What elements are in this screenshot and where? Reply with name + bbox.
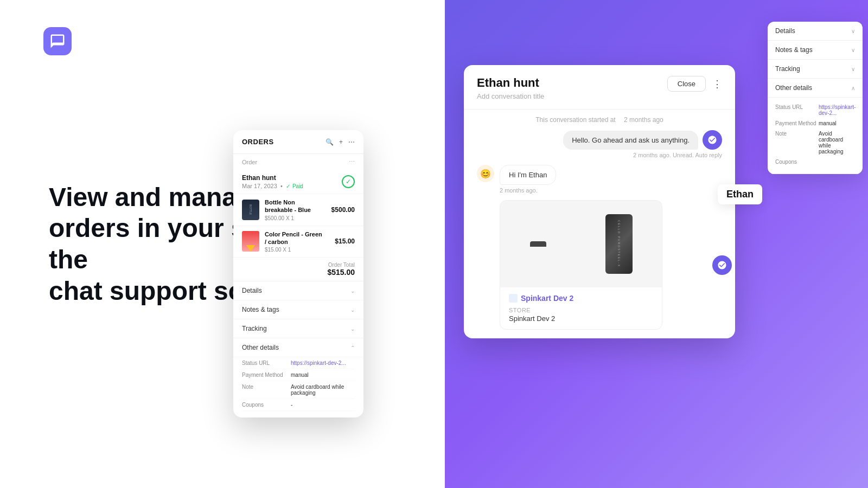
sidebar-acc-notes[interactable]: Notes & tags ∨	[768, 41, 863, 60]
orders-header-icons: 🔍 + ⋯	[326, 138, 355, 146]
ethan-badge: Ethan	[718, 184, 762, 204]
product-message: cello PUROSTEEL-X Spinkart Dev 2 STORE S…	[477, 200, 722, 330]
sidebar-detail-status: Status URL https://spinkart-dev-2...	[775, 102, 855, 118]
chevron-down-icon-s1: ∨	[851, 28, 855, 34]
product-card-link-row: Spinkart Dev 2	[509, 294, 653, 303]
bot-avatar-right	[703, 130, 722, 150]
message-bubble: Hello. Go ahead and ask us anything.	[563, 131, 698, 150]
details-sidebar-card: Details ∨ Notes & tags ∨ Tracking ∨ Othe…	[768, 22, 863, 174]
order-total-label: Order Total	[328, 262, 355, 268]
check-icon: ✓	[342, 175, 355, 188]
chevron-down-icon-s3: ∨	[851, 66, 855, 72]
orders-header: ORDERS 🔍 + ⋯	[233, 130, 363, 154]
pencil-image	[242, 231, 259, 252]
chevron-down-icon: ⌄	[350, 288, 355, 294]
paid-badge: ✓ Paid	[286, 183, 303, 189]
product-card-message: cello PUROSTEEL-X Spinkart Dev 2 STORE S…	[500, 200, 662, 330]
conversation-start: This conversation started at 2 months ag…	[464, 110, 735, 130]
sidebar-detail-payment: Payment Method manual	[775, 118, 855, 129]
bottle-cap	[530, 241, 546, 247]
bottle-body: cello PUROSTEEL-X	[605, 214, 633, 274]
left-panel: View and manage all orders in your store…	[0, 0, 445, 488]
detail-row-status: Status URL https://spinkart-dev-2...	[242, 357, 355, 369]
accordion-notes[interactable]: Notes & tags ⌄	[233, 300, 363, 319]
store-label: STORE	[509, 307, 653, 313]
chat-messages: Hello. Go ahead and ask us anything. 2 m…	[464, 130, 735, 338]
order-name: Ethan hunt	[242, 174, 303, 182]
more-icon[interactable]: ⋯	[348, 138, 355, 146]
product-price: $500.00	[331, 206, 355, 214]
chat-card: Ethan hunt Add conversation title Close …	[464, 65, 735, 338]
product-price-small-2: $15.00 X 1	[265, 247, 329, 253]
sidebar-other-details: Status URL https://spinkart-dev-2... Pay…	[768, 98, 863, 174]
product-name: Bottle Nonbreakable - Blue	[265, 198, 326, 214]
orders-card: ORDERS 🔍 + ⋯ Order ⋯ Ethan hunt Mar 17, …	[233, 130, 363, 418]
orders-title: ORDERS	[242, 138, 274, 146]
bot-avatar-product	[712, 255, 732, 275]
sidebar-acc-tracking[interactable]: Tracking ∨	[768, 60, 863, 79]
search-icon[interactable]: 🔍	[326, 138, 334, 146]
add-icon[interactable]: +	[339, 138, 343, 146]
bot-icon	[707, 135, 717, 145]
message-left: 😊 Hi I'm Ethan 2 months ago.	[477, 165, 722, 194]
close-button[interactable]: Close	[667, 76, 706, 92]
chevron-up-icon: ⌃	[350, 345, 355, 351]
sidebar-acc-other[interactable]: Other details ∧	[768, 79, 863, 98]
detail-row-note: Note Avoid cardboard while packaging	[242, 381, 355, 399]
product-card-image: cello PUROSTEEL-X	[500, 201, 662, 287]
product-price-small: $500.00 X 1	[265, 215, 326, 221]
sidebar-detail-note: Note Avoid cardboard while packaging	[775, 129, 855, 157]
message-right: Hello. Go ahead and ask us anything. 2 m…	[477, 130, 722, 158]
product-price-2: $15.00	[335, 237, 355, 245]
bottle-image: BOTTLE	[242, 200, 259, 220]
other-details-content: Status URL https://spinkart-dev-2... Pay…	[233, 357, 363, 418]
accordion-tracking[interactable]: Tracking ⌄	[233, 319, 363, 338]
order-item-row: Ethan hunt Mar 17, 2023 • ✓ Paid ✓	[233, 170, 363, 194]
chat-header-actions: Close ⋮	[667, 76, 722, 92]
store-name: Spinkart Dev 2	[509, 314, 653, 323]
product-link[interactable]: Spinkart Dev 2	[521, 294, 573, 303]
product-info: Bottle Nonbreakable - Blue $500.00 X 1	[265, 198, 326, 221]
product-name-2: Color Pencil - Green/ carbon	[265, 230, 329, 246]
accordion-other[interactable]: Other details ⌃	[233, 338, 363, 357]
user-avatar: 😊	[477, 165, 494, 182]
product-row-2: Color Pencil - Green/ carbon $15.00 X 1 …	[233, 226, 363, 258]
order-total-row: Order Total $515.00	[233, 258, 363, 281]
chat-user-name: Ethan hunt	[477, 76, 544, 90]
sidebar-acc-details[interactable]: Details ∨	[768, 22, 863, 41]
chat-subtitle: Add conversation title	[477, 92, 544, 100]
product-info-2: Color Pencil - Green/ carbon $15.00 X 1	[265, 230, 329, 253]
order-section-label: Order ⋯	[233, 154, 363, 170]
accordion-details[interactable]: Details ⌄	[233, 281, 363, 300]
detail-row-coupons: Coupons -	[242, 399, 355, 411]
store-icon	[509, 294, 518, 303]
chevron-down-icon-3: ⌄	[350, 326, 355, 332]
bot-icon-2	[717, 260, 727, 270]
chat-header: Ethan hunt Add conversation title Close …	[464, 65, 735, 110]
product-card-content: Spinkart Dev 2 STORE Spinkart Dev 2	[500, 287, 662, 329]
more-options-icon[interactable]: ⋮	[712, 78, 722, 90]
logo-icon	[49, 33, 66, 49]
detail-row-payment: Payment Method manual	[242, 369, 355, 381]
order-date: Mar 17, 2023 • ✓ Paid	[242, 183, 303, 189]
chevron-up-icon-s: ∧	[851, 85, 855, 91]
sidebar-detail-coupons: Coupons	[775, 157, 855, 167]
message-meta-right: 2 months ago. Unread. Auto reply	[563, 152, 722, 158]
message-meta-left: 2 months ago.	[500, 187, 556, 194]
logo	[43, 27, 72, 55]
product-row: BOTTLE Bottle Nonbreakable - Blue $500.0…	[233, 194, 363, 226]
message-bubble-left: Hi I'm Ethan	[500, 165, 556, 185]
chevron-down-icon-2: ⌄	[350, 307, 355, 313]
chevron-down-icon-s2: ∨	[851, 47, 855, 53]
order-total-value: $515.00	[327, 268, 355, 277]
bottle-text: cello PUROSTEEL-X	[617, 220, 621, 267]
right-panel: Ethan hunt Add conversation title Close …	[445, 0, 868, 488]
section-more-icon[interactable]: ⋯	[349, 158, 355, 165]
